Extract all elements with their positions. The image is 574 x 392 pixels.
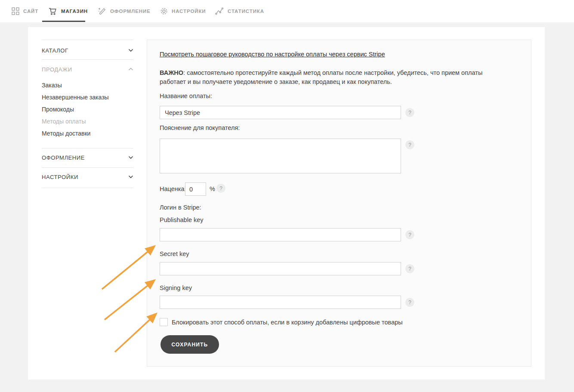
nav-tab-settings-label: НАСТРОЙКИ: [172, 9, 206, 14]
markup-help-icon[interactable]: ?: [216, 184, 225, 193]
publishable-key-input[interactable]: [160, 228, 401, 241]
chevron-down-icon: [128, 49, 133, 52]
markup-input[interactable]: [185, 182, 206, 196]
sidebar-section-settings-label: НАСТРОЙКИ: [42, 174, 78, 180]
top-nav-bar: САЙТ МАГАЗИН ОФОРМЛЕНИЕ: [0, 0, 574, 22]
sidebar-divider: [42, 167, 133, 168]
sidebar-section-settings[interactable]: НАСТРОЙКИ: [42, 171, 133, 182]
sidebar-item-orders[interactable]: Заказы: [42, 82, 133, 89]
design-brush-icon: [98, 7, 106, 15]
signing-key-label: Signing key: [160, 284, 192, 291]
nav-tab-statistics[interactable]: СТАТИСТИКА: [215, 0, 264, 22]
buyer-note-label: Пояснение для покупателя:: [160, 124, 240, 131]
nav-tab-design[interactable]: ОФОРМЛЕНИЕ: [98, 0, 151, 22]
nav-tab-site[interactable]: САЙТ: [12, 0, 38, 22]
buyer-note-textarea[interactable]: [160, 139, 401, 173]
secret-key-help-icon[interactable]: ?: [405, 264, 414, 273]
important-note-bold: ВАЖНО: [160, 69, 183, 76]
signing-key-input[interactable]: [160, 296, 401, 309]
chevron-up-icon: [128, 68, 133, 71]
sidebar-item-abandoned-orders[interactable]: Незавершенные заказы: [42, 94, 133, 101]
nav-tab-design-label: ОФОРМЛЕНИЕ: [110, 9, 151, 14]
sidebar-divider: [42, 59, 133, 60]
statistics-chart-icon: [215, 7, 224, 15]
sidebar-item-promocodes[interactable]: Промокоды: [42, 106, 133, 113]
sidebar-divider: [42, 188, 133, 188]
chevron-down-icon: [128, 156, 133, 159]
signing-key-help-icon[interactable]: ?: [405, 298, 414, 307]
important-note-text: : самостоятельно протестируйте каждый ме…: [160, 69, 482, 85]
nav-tab-statistics-label: СТАТИСТИКА: [228, 9, 264, 14]
stripe-guide-link[interactable]: Посмотреть пошаговое руководство по наст…: [160, 51, 385, 58]
sidebar-section-catalog[interactable]: КАТАЛОГ: [42, 45, 133, 56]
markup-label: Наценка:: [160, 185, 186, 192]
nav-tab-settings[interactable]: НАСТРОЙКИ: [160, 0, 206, 22]
payment-name-help-icon[interactable]: ?: [405, 108, 414, 117]
secret-key-label: Secret key: [160, 250, 189, 257]
shop-cart-icon: [49, 7, 57, 15]
save-button[interactable]: СОХРАНИТЬ: [160, 335, 219, 354]
nav-tab-site-label: САЙТ: [23, 9, 38, 14]
sidebar-item-delivery-methods[interactable]: Методы доставки: [42, 130, 133, 137]
sidebar-section-sales[interactable]: ПРОДАЖИ: [42, 64, 133, 75]
stripe-login-label: Логин в Stripe:: [160, 204, 201, 211]
sidebar-section-design-label: ОФОРМЛЕНИЕ: [42, 154, 85, 161]
sidebar-section-design[interactable]: ОФОРМЛЕНИЕ: [42, 152, 133, 163]
secret-key-input[interactable]: [160, 262, 401, 275]
payment-name-label: Название оплаты:: [160, 93, 212, 99]
site-grid-icon: [12, 7, 19, 15]
sidebar-section-catalog-label: КАТАЛОГ: [42, 47, 68, 54]
block-digital-goods-checkbox[interactable]: [160, 318, 168, 326]
publishable-key-label: Publishable key: [160, 216, 204, 223]
nav-tab-shop-label: МАГАЗИН: [61, 9, 88, 14]
payment-method-panel: Посмотреть пошаговое руководство по наст…: [147, 40, 531, 367]
block-digital-goods-label[interactable]: Блокировать этот способ оплаты, если в к…: [172, 319, 403, 326]
payment-name-input[interactable]: [160, 106, 401, 119]
publishable-key-help-icon[interactable]: ?: [405, 230, 414, 239]
sidebar-section-sales-label: ПРОДАЖИ: [42, 66, 72, 73]
important-note: ВАЖНО: самостоятельно протестируйте кажд…: [160, 68, 500, 86]
sidebar-divider: [42, 148, 133, 148]
sidebar-item-payment-methods[interactable]: Методы оплаты: [42, 118, 133, 125]
chevron-down-icon: [128, 175, 133, 179]
sidebar-divider: [42, 40, 133, 40]
buyer-note-help-icon[interactable]: ?: [405, 140, 414, 149]
settings-gear-icon: [160, 7, 168, 15]
nav-tab-shop[interactable]: МАГАЗИН: [49, 0, 88, 22]
active-tab-underline: [42, 21, 85, 22]
markup-percent-sign: %: [210, 185, 215, 192]
page: САЙТ МАГАЗИН ОФОРМЛЕНИЕ: [0, 0, 574, 392]
